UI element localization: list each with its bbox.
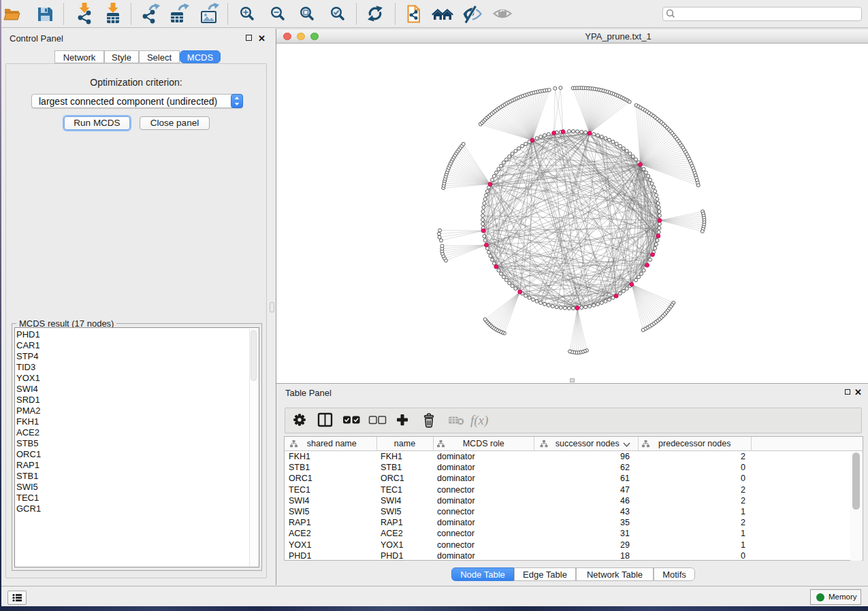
svg-text:f(x): f(x)	[470, 413, 488, 428]
